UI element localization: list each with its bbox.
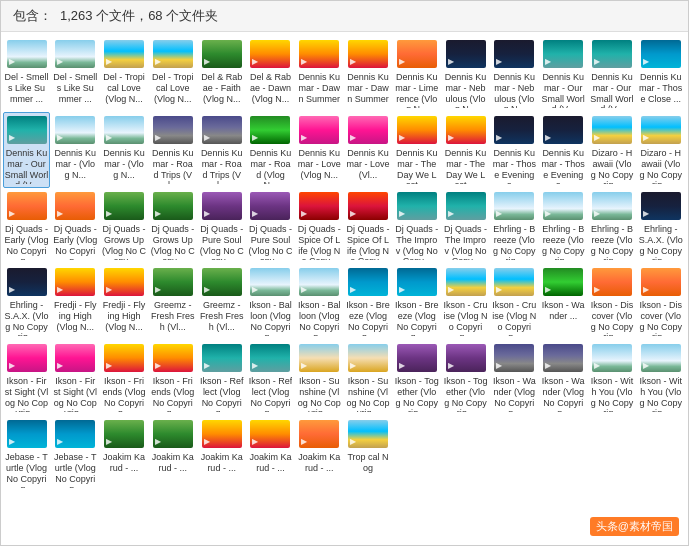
file-item[interactable]: Dj Quads - The Improv (Vlog No Copy... xyxy=(442,188,489,264)
file-item[interactable]: Ehrling - Breeze (Vlog No Copyrig... xyxy=(540,188,587,264)
file-item[interactable]: Ikson - Discover (Vlog No Copyrig... xyxy=(588,264,635,340)
file-item[interactable]: Dennis Kumar - Nebulous (Vlog N... xyxy=(491,36,538,112)
file-item[interactable]: Dennis Kumar - Limerence (Vlog N... xyxy=(393,36,440,112)
file-item[interactable]: Fredji - Flying High (Vlog N... xyxy=(101,264,148,340)
file-item[interactable]: Dennis Kumar - Our Small World (V... xyxy=(588,36,635,112)
file-item[interactable]: Joakim Karud - ... xyxy=(296,416,343,492)
file-item[interactable]: Dj Quads - Grows Up (Vlog No Copy... xyxy=(101,188,148,264)
file-item[interactable]: Dennis Kumar - Those Evenings ... xyxy=(540,112,587,188)
file-name: Del - Tropical Love (Vlog N... xyxy=(102,72,146,104)
file-name: Jebase - Turtle (Vlog No Copyrig... xyxy=(5,452,49,488)
file-name: Ikson - Cruise (Vlog No Copyrig... xyxy=(492,300,536,336)
file-item[interactable]: Ikson - Sunshine (Vlog No Copyrig... xyxy=(296,340,343,416)
file-name: Dennis Kumar - Nebulous (Vlog N... xyxy=(444,72,488,108)
file-item[interactable]: Dizaro - Hawaii (Vlog No Copyrig... xyxy=(588,112,635,188)
file-item[interactable]: Dj Quads - Spice Of Life (Vlog No Copy..… xyxy=(344,188,391,264)
file-item[interactable]: Joakim Karud - ... xyxy=(149,416,196,492)
file-item[interactable]: Joakim Karud - ... xyxy=(198,416,245,492)
file-item[interactable]: Dennis Kumar - Dawn Summer ... xyxy=(296,36,343,112)
file-name: Dennis Kumar - Nebulous (Vlog N... xyxy=(492,72,536,108)
file-name: Dizaro - Hawaii (Vlog No Copyrig... xyxy=(590,148,634,184)
file-name: Del - Smells Like Summer ... xyxy=(53,72,97,104)
file-item[interactable]: Dj Quads - Early (Vlog No Copyrig... xyxy=(52,188,99,264)
file-item[interactable]: Ikson - With You (Vlog No Copyrig... xyxy=(588,340,635,416)
file-item[interactable]: Dennis Kumar - Those Close ... xyxy=(637,36,684,112)
file-item[interactable]: Greemz - Fresh Fresh (Vl... xyxy=(198,264,245,340)
file-item[interactable]: Del - Smells Like Summer ... xyxy=(3,36,50,112)
file-item[interactable]: Dj Quads - Spice Of Life (Vlog No Copy..… xyxy=(296,188,343,264)
file-item[interactable]: Ikson - Balloon (Vlog No Copyrig... xyxy=(296,264,343,340)
file-item[interactable]: Dennis Kumar - Dawn Summer ... xyxy=(344,36,391,112)
file-name: Dennis Kumar - Our Small World (V... xyxy=(5,148,49,184)
file-item[interactable]: Dennis Kumar - Road Trips (Vl... xyxy=(149,112,196,188)
file-item[interactable]: Jebase - Turtle (Vlog No Copyrig... xyxy=(3,416,50,492)
file-item[interactable]: Dennis Kumar - Those Evenings ... xyxy=(491,112,538,188)
file-item[interactable]: Ehrling - S.A.X. (Vlog No Copyrig... xyxy=(3,264,50,340)
file-item[interactable]: Ehrling - Breeze (Vlog No Copyrig... xyxy=(588,188,635,264)
file-item[interactable]: Dennis Kumar - (Vlog N... xyxy=(101,112,148,188)
file-name: Joakim Karud - ... xyxy=(151,452,195,474)
file-item[interactable]: Ikson - Wander (Vlog No Copyrig... xyxy=(491,340,538,416)
file-name: Dennis Kumar - Road (Vlog N... xyxy=(248,148,292,184)
file-item[interactable]: Dennis Kumar - Love (Vl... xyxy=(344,112,391,188)
file-item[interactable]: Dj Quads - Pure Soul (Vlog No Copy... xyxy=(198,188,245,264)
file-item[interactable]: Ikson - First Sight (Vlog No Copyrig... xyxy=(3,340,50,416)
file-item[interactable]: Ikson - Friends (Vlog No Copyrig... xyxy=(101,340,148,416)
file-name: Dj Quads - Early (Vlog No Copyrig... xyxy=(5,224,49,260)
file-name: Ehrling - Breeze (Vlog No Copyrig... xyxy=(590,224,634,260)
file-name: Ikson - Balloon (Vlog No Copyrig... xyxy=(248,300,292,336)
file-name: Dennis Kumar - Road Trips (Vl... xyxy=(200,148,244,184)
file-name: Dj Quads - Pure Soul (Vlog No Copy... xyxy=(200,224,244,260)
file-item[interactable]: Dizaro - Hawaii (Vlog No Copyrig... xyxy=(637,112,684,188)
file-item[interactable]: Dennis Kumar - (Vlog N... xyxy=(52,112,99,188)
file-item[interactable]: Dennis Kumar - Road Trips (Vl... xyxy=(198,112,245,188)
file-item[interactable]: Joakim Karud - ... xyxy=(101,416,148,492)
file-item[interactable]: Ikson - Balloon (Vlog No Copyrig... xyxy=(247,264,294,340)
file-name: Ikson - Sunshine (Vlog No Copyrig... xyxy=(297,376,341,412)
file-item[interactable]: Ikson - Breeze (Vlog No Copyrig... xyxy=(344,264,391,340)
file-name: Dj Quads - The Improv (Vlog No Copy... xyxy=(444,224,488,260)
file-item[interactable]: Del & Rabae - Faith (Vlog N... xyxy=(198,36,245,112)
file-item[interactable]: Ehrling - Breeze (Vlog No Copyrig... xyxy=(491,188,538,264)
file-item[interactable]: Jebase - Turtle (Vlog No Copyrig... xyxy=(52,416,99,492)
file-name: Ikson - Friends (Vlog No Copyrig... xyxy=(151,376,195,412)
file-item[interactable]: Del - Smells Like Summer ... xyxy=(52,36,99,112)
file-item[interactable]: Dennis Kumar - Road (Vlog N... xyxy=(247,112,294,188)
file-item[interactable]: Ikson - Together (Vlog No Copyrig... xyxy=(393,340,440,416)
file-item[interactable]: Dennis Kumar - The Day We Lost ... xyxy=(442,112,489,188)
file-item[interactable]: Greemz - Fresh Fresh (Vl... xyxy=(149,264,196,340)
file-item[interactable]: Dj Quads - The Improv (Vlog No Copy... xyxy=(393,188,440,264)
file-item[interactable]: Del - Tropical Love (Vlog N... xyxy=(101,36,148,112)
file-item[interactable]: Dennis Kumar - Our Small World (V... xyxy=(3,112,50,188)
file-name: Del - Smells Like Summer ... xyxy=(5,72,49,104)
file-item[interactable]: Ikson - With You (Vlog No Copyrig... xyxy=(637,340,684,416)
file-name: Ikson - Friends (Vlog No Copyrig... xyxy=(102,376,146,412)
file-item[interactable]: Joakim Karud - ... xyxy=(247,416,294,492)
file-item[interactable]: Ikson - Discover (Vlog No Copyrig... xyxy=(637,264,684,340)
file-item[interactable]: Del - Tropical Love (Vlog N... xyxy=(149,36,196,112)
file-item[interactable]: Ikson - Cruise (Vlog No Copyrig... xyxy=(442,264,489,340)
file-item[interactable]: Ikson - Sunshine (Vlog No Copyrig... xyxy=(344,340,391,416)
file-item[interactable]: Dennis Kumar - Our Small World (V... xyxy=(540,36,587,112)
file-item[interactable]: Ikson - Breeze (Vlog No Copyrig... xyxy=(393,264,440,340)
file-item[interactable]: Ikson - Wander (Vlog No Copyrig... xyxy=(540,340,587,416)
file-item[interactable]: Dennis Kumar - The Day We Lost ... xyxy=(393,112,440,188)
file-name: Ikson - Sunshine (Vlog No Copyrig... xyxy=(346,376,390,412)
file-item[interactable]: Ehrling - S.A.X. (Vlog No Copyrig... xyxy=(637,188,684,264)
file-item[interactable]: Dennis Kumar - Nebulous (Vlog N... xyxy=(442,36,489,112)
file-item[interactable]: Dj Quads - Early (Vlog No Copyrig... xyxy=(3,188,50,264)
file-item[interactable]: Fredji - Flying High (Vlog N... xyxy=(52,264,99,340)
file-item[interactable]: Ikson - Cruise (Vlog No Copyrig... xyxy=(491,264,538,340)
file-item[interactable]: Ikson - Reflect (Vlog No Copyrig... xyxy=(198,340,245,416)
file-item[interactable]: Trop cal Nog xyxy=(344,416,391,492)
file-item[interactable]: Dj Quads - Grows Up (Vlog No Copy... xyxy=(149,188,196,264)
file-item[interactable]: Del & Rabae - Dawn (Vlog N... xyxy=(247,36,294,112)
file-item[interactable]: Dennis Kumar - Love (Vlog N... xyxy=(296,112,343,188)
file-item[interactable]: Ikson - Wander ... xyxy=(540,264,587,340)
file-name: Ikson - Cruise (Vlog No Copyrig... xyxy=(444,300,488,336)
file-item[interactable]: Ikson - Together (Vlog No Copyrig... xyxy=(442,340,489,416)
file-item[interactable]: Ikson - Friends (Vlog No Copyrig... xyxy=(149,340,196,416)
file-item[interactable]: Dj Quads - Pure Soul (Vlog No Copy... xyxy=(247,188,294,264)
file-item[interactable]: Ikson - First Sight (Vlog No Copyrig... xyxy=(52,340,99,416)
file-item[interactable]: Ikson - Reflect (Vlog No Copyrig... xyxy=(247,340,294,416)
